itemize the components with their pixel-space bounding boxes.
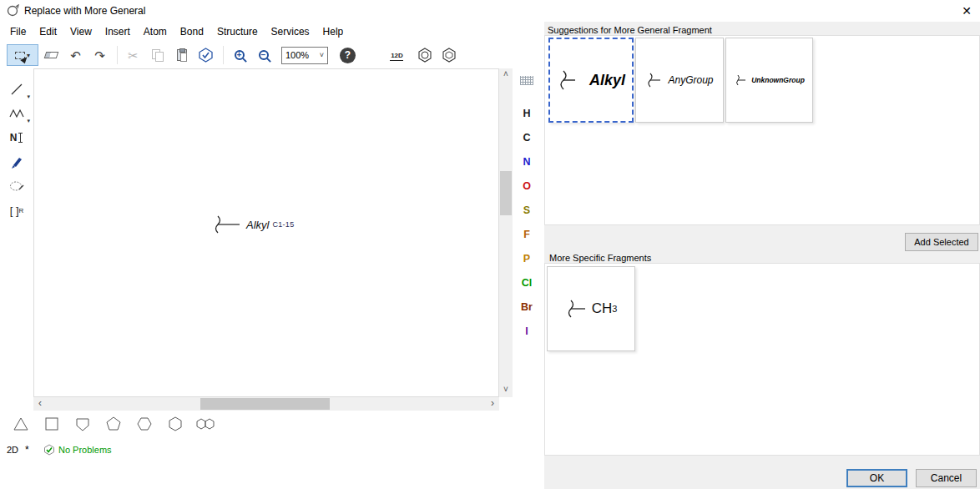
vertical-scrollbar[interactable]: ˄ ˅ [499,68,513,397]
ring-3d-button[interactable] [437,44,460,66]
horizontal-scroll-thumb[interactable] [200,398,330,410]
hexagon-pointy-ring-icon [167,416,184,432]
canvas-fragment[interactable]: Alkyl C1-15 [211,214,294,234]
periodic-table-button[interactable] [518,70,536,90]
template-pentagon-down-button[interactable] [72,413,93,435]
main-toolbar: ▾ ↶ ↷ ✂ + − 100% ˅ ? 12D [0,42,544,68]
template-hexagon-button[interactable] [134,413,155,435]
menu-edit[interactable]: Edit [33,23,63,40]
scroll-left-icon[interactable]: ‹ [33,397,47,411]
template-triangle-button[interactable] [10,413,32,435]
menu-view[interactable]: View [63,23,99,40]
paste-button[interactable] [170,44,193,66]
menu-file[interactable]: File [3,23,33,40]
element-palette: H C N O S F P Cl Br I [513,70,541,344]
chain-tool-button[interactable]: ▾ [3,103,30,124]
cancel-button[interactable]: Cancel [916,469,977,487]
attachment-point-icon [557,68,589,92]
suggestion-card-alkyl[interactable]: Alkyl [548,38,634,123]
layout-2d-button[interactable]: 12D [386,44,408,66]
specific-formula: CH [592,300,613,317]
pen-tool-button[interactable] [3,151,30,173]
title-bar: Replace with More General ✕ [0,0,980,22]
chain-icon [9,108,24,118]
template-fused-rings-button[interactable] [195,413,217,435]
element-br-button[interactable]: Br [514,295,539,320]
zoom-out-icon: − [259,50,269,60]
menu-bar: File Edit View Insert Atom Bond Structur… [0,22,544,42]
menu-structure[interactable]: Structure [210,23,265,40]
element-f-button[interactable]: F [514,223,539,247]
element-h-button[interactable]: H [514,102,539,126]
suggestion-label: AnyGroup [668,74,713,86]
check-structure-icon [198,48,214,63]
eraser-button[interactable] [40,44,63,66]
marker-pen-icon [10,155,23,169]
eraser-icon [44,52,59,58]
ring-3d-icon [441,47,457,63]
layout-2d-icon: 12D [388,48,407,62]
redo-button[interactable]: ↷ [88,44,111,66]
template-pentagon-button[interactable] [103,413,124,435]
bracket-subscript: R [19,207,24,214]
atom-text-tool-button[interactable]: N [3,127,30,149]
vertical-scroll-thumb[interactable] [500,171,512,215]
template-hexagon-pointy-button[interactable] [164,413,186,435]
zoom-level-select[interactable]: 100% ˅ [281,47,328,64]
element-o-button[interactable]: O [514,174,539,199]
square-ring-icon [43,416,60,432]
element-p-button[interactable]: P [514,247,539,271]
menu-bond[interactable]: Bond [174,23,210,40]
cut-icon: ✂ [128,49,139,62]
menu-insert[interactable]: Insert [99,23,137,40]
suggestion-card-unknowngroup[interactable]: UnknownGroup [725,38,813,123]
check-structure-button[interactable] [194,44,217,66]
toolbar-separator [223,46,224,64]
template-square-button[interactable] [41,413,63,435]
cut-button[interactable]: ✂ [122,44,144,66]
undo-icon: ↶ [70,49,81,62]
attachment-point-icon [645,72,667,88]
status-message: No Problems [58,445,112,455]
status-bar: 2D * No Problems [7,443,112,456]
help-button[interactable]: ? [340,48,356,63]
menu-help[interactable]: Help [316,23,351,40]
specific-title: More Specific Fragments [549,253,651,263]
element-n-button[interactable]: N [514,150,539,174]
benzene-ring-button[interactable] [413,44,436,66]
scroll-down-icon[interactable]: ˅ [499,384,513,397]
menu-services[interactable]: Services [265,23,316,40]
suggestion-label: UnknownGroup [751,76,805,84]
close-icon[interactable]: ✕ [958,3,975,19]
scroll-right-icon[interactable]: › [486,397,499,411]
specific-card-ch3[interactable]: CH 3 [547,266,635,351]
undo-button[interactable]: ↶ [64,44,87,66]
modified-indicator: * [25,444,43,456]
help-icon: ? [345,49,351,61]
element-i-button[interactable]: I [514,320,539,344]
zoom-in-button[interactable]: + [228,44,250,66]
zoom-in-icon: + [235,50,245,60]
mode-indicator: 2D [7,445,25,455]
pentagon-down-ring-icon [74,416,91,432]
rgroup-bracket-tool-button[interactable]: [ ] R [3,199,30,221]
select-tool-button[interactable]: ▾ [7,44,38,66]
lasso-draw-tool-button[interactable] [3,175,30,197]
bracket-icon: [ ] [10,204,19,217]
element-c-button[interactable]: C [514,126,539,150]
dropdown-caret-icon: ▾ [27,118,30,124]
element-cl-button[interactable]: Cl [514,271,539,295]
window-title: Replace with More General [24,5,145,17]
add-selected-button[interactable]: Add Selected [905,233,978,251]
drawing-canvas[interactable]: Alkyl C1-15 [33,68,499,397]
periodic-table-icon [520,76,533,85]
bond-tool-button[interactable]: ▾ [3,78,30,100]
copy-button[interactable] [146,44,169,66]
zoom-out-button[interactable]: − [252,44,275,66]
menu-atom[interactable]: Atom [137,23,174,40]
suggestion-card-anygroup[interactable]: AnyGroup [635,38,724,123]
scroll-up-icon[interactable]: ˄ [499,68,513,82]
ok-button[interactable]: OK [846,469,907,487]
horizontal-scrollbar[interactable]: ‹ › [33,397,499,411]
element-s-button[interactable]: S [514,199,539,223]
